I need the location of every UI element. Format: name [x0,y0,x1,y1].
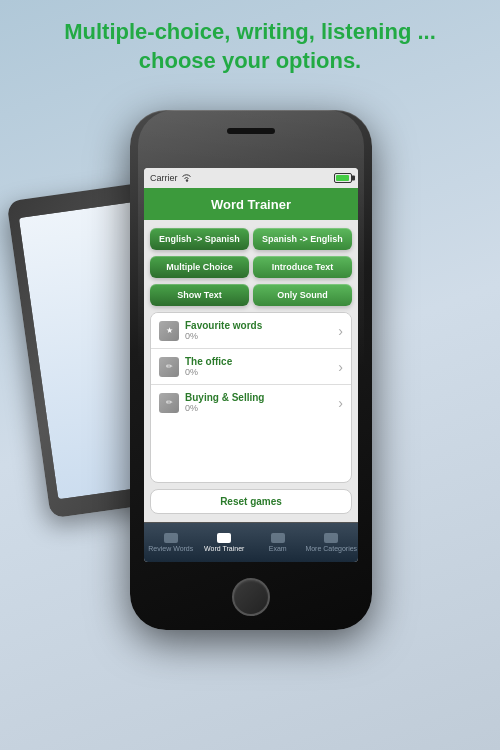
office-text: The office 0% [185,356,334,377]
office-title: The office [185,356,334,367]
multiple-choice-button[interactable]: Multiple Choice [150,256,249,278]
headline-line1: Multiple-choice, writing, listening ... [0,18,500,47]
mode-button-row: Multiple Choice Introduce Text [150,256,352,278]
buying-selling-text: Buying & Selling 0% [185,392,334,413]
display-button-row: Show Text Only Sound [150,284,352,306]
wifi-icon [181,173,192,184]
list-item[interactable]: ✏ The office 0% › [151,349,351,385]
chevron-right-icon: › [338,395,343,411]
list-item[interactable]: ✏ Buying & Selling 0% › [151,385,351,420]
buying-selling-title: Buying & Selling [185,392,334,403]
iphone-device: Carrier Word Trainer English - [130,110,372,630]
introduce-text-button[interactable]: Introduce Text [253,256,352,278]
more-categories-icon [324,533,338,543]
carrier-label: Carrier [150,173,192,184]
tab-exam[interactable]: Exam [251,533,305,552]
favourite-words-text: Favourite words 0% [185,320,334,341]
nav-title: Word Trainer [211,197,291,212]
headline-line2: choose your options. [0,47,500,76]
buying-selling-icon: ✏ [159,393,179,413]
favourite-words-title: Favourite words [185,320,334,331]
tab-word-trainer-label: Word Trainer [204,545,244,552]
review-words-icon [164,533,178,543]
office-icon: ✏ [159,357,179,377]
buying-selling-subtitle: 0% [185,403,334,413]
headline: Multiple-choice, writing, listening ... … [0,18,500,75]
english-to-spanish-button[interactable]: English -> Spanish [150,228,249,250]
navigation-bar: Word Trainer [144,188,358,220]
list-item[interactable]: ★ Favourite words 0% › [151,313,351,349]
iphone-screen: Carrier Word Trainer English - [144,168,358,562]
show-text-button[interactable]: Show Text [150,284,249,306]
chevron-right-icon: › [338,359,343,375]
office-subtitle: 0% [185,367,334,377]
tab-more-categories-label: More Categories [305,545,357,552]
favourite-words-subtitle: 0% [185,331,334,341]
tab-exam-label: Exam [269,545,287,552]
tab-word-trainer[interactable]: Word Trainer [198,533,252,552]
tab-review-words[interactable]: Review Words [144,533,198,552]
tab-bar: Review Words Word Trainer Exam More Cate… [144,522,358,562]
spanish-to-english-button[interactable]: Spanish -> English [253,228,352,250]
word-trainer-icon [217,533,231,543]
status-bar: Carrier [144,168,358,188]
chevron-right-icon: › [338,323,343,339]
iphone-home-button[interactable] [232,578,270,616]
word-list: ★ Favourite words 0% › ✏ The office 0% › [150,312,352,483]
iphone-speaker [227,128,275,134]
only-sound-button[interactable]: Only Sound [253,284,352,306]
tab-review-words-label: Review Words [148,545,193,552]
tab-more-categories[interactable]: More Categories [305,533,359,552]
reset-games-button[interactable]: Reset games [150,489,352,514]
exam-icon [271,533,285,543]
battery-icon [334,173,352,183]
app-content: English -> Spanish Spanish -> English Mu… [144,220,358,522]
battery-fill [336,175,349,181]
carrier-text: Carrier [150,173,178,183]
language-button-row: English -> Spanish Spanish -> English [150,228,352,250]
favourite-words-icon: ★ [159,321,179,341]
